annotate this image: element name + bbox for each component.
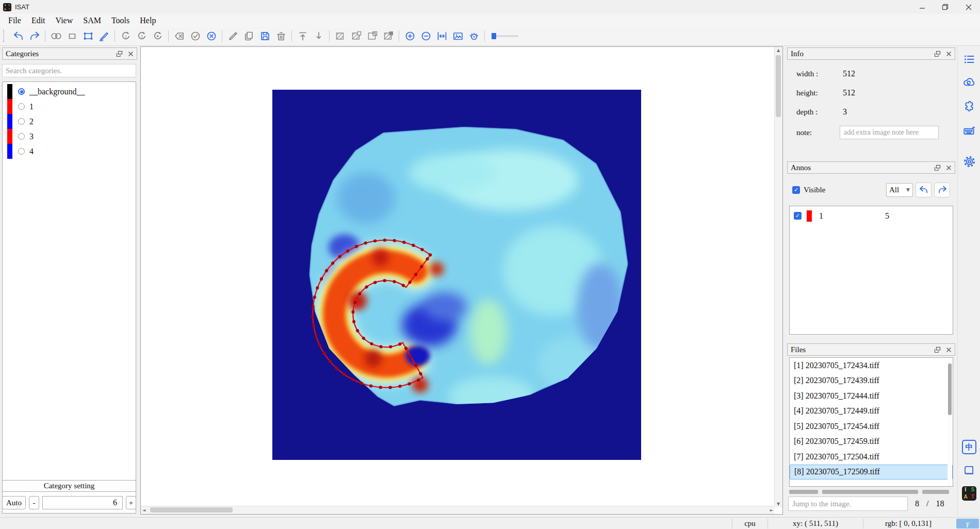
canvas-image[interactable]	[272, 90, 641, 460]
file-item[interactable]: [7] 20230705_172504.tiff	[790, 449, 953, 465]
category-row-background[interactable]: __background__	[3, 84, 136, 99]
visible-checkbox[interactable]: ✓	[792, 186, 800, 194]
category-radio[interactable]	[18, 88, 25, 95]
annotation-filter-dropdown[interactable]: All▼	[886, 183, 913, 197]
redo-icon[interactable]	[26, 28, 42, 44]
close-panel-icon[interactable]	[128, 51, 134, 57]
menu-view[interactable]: View	[51, 15, 78, 26]
cloud-model-icon[interactable]	[961, 75, 977, 90]
union-icon[interactable]	[332, 28, 348, 44]
auto-button[interactable]: Auto	[2, 496, 26, 509]
finish-annotation-icon[interactable]	[187, 28, 203, 44]
menu-edit[interactable]: Edit	[26, 15, 51, 26]
settings-gear-icon[interactable]	[961, 154, 977, 169]
status-badge[interactable]: γ	[956, 519, 979, 528]
sam-magic-icon[interactable]	[48, 28, 64, 44]
category-row-2[interactable]: 2	[3, 114, 136, 129]
category-radio[interactable]	[18, 133, 25, 140]
category-radio[interactable]	[18, 148, 25, 155]
show-bitmap-icon[interactable]	[450, 28, 466, 44]
jump-to-image-input[interactable]	[788, 497, 908, 511]
float-panel-icon[interactable]	[934, 346, 941, 353]
isat-logo-icon[interactable]: ISAT	[961, 486, 977, 501]
menu-sam[interactable]: SAM	[78, 15, 106, 26]
scroll-thumb[interactable]	[948, 363, 952, 415]
scroll-thumb[interactable]	[150, 507, 233, 513]
file-item[interactable]: [5] 20230705_172454.tiff	[790, 419, 953, 434]
prev-group-button[interactable]	[916, 183, 932, 197]
file-list-hscroll-segment[interactable]	[789, 490, 818, 494]
file-item[interactable]: [3] 20230705_172444.tiff	[790, 388, 953, 404]
manual-book-icon[interactable]	[961, 463, 977, 478]
category-setting-button[interactable]: Category setting	[2, 480, 136, 492]
category-search-input[interactable]	[2, 64, 136, 77]
intersect-icon[interactable]	[380, 28, 396, 44]
undo-icon[interactable]	[10, 28, 26, 44]
rect-tool-icon[interactable]	[64, 28, 80, 44]
file-item[interactable]: [6] 20230705_172459.tiff	[790, 434, 953, 450]
file-list-hscroll-segment[interactable]	[822, 490, 918, 494]
toolbar-drag-handle[interactable]	[3, 30, 8, 42]
visibility-icon[interactable]	[466, 28, 482, 44]
close-panel-icon[interactable]	[946, 347, 952, 353]
category-row-3[interactable]: 3	[3, 129, 136, 144]
float-panel-icon[interactable]	[116, 51, 123, 57]
opacity-slider-handle[interactable]	[492, 33, 496, 39]
canvas-view[interactable]: ▲ ▼ ◄ ►	[140, 46, 783, 515]
fit-window-icon[interactable]	[434, 28, 450, 44]
file-list-scrollbar[interactable]	[948, 358, 952, 487]
next-group-button[interactable]	[934, 183, 950, 197]
union-corner-icon[interactable]	[348, 28, 364, 44]
rotate-play-icon[interactable]	[150, 28, 166, 44]
close-panel-icon[interactable]	[946, 165, 952, 171]
note-input[interactable]	[840, 126, 939, 139]
plugin-icon[interactable]	[961, 99, 977, 114]
rotate-prev-1-icon[interactable]: 1	[118, 28, 134, 44]
minimize-button[interactable]	[910, 0, 934, 14]
float-panel-icon[interactable]	[934, 51, 941, 57]
restore-button[interactable]	[934, 0, 957, 14]
opacity-slider[interactable]	[492, 35, 518, 37]
file-item[interactable]: [4] 20230705_172449.tiff	[790, 404, 953, 419]
edit-region-icon[interactable]	[364, 28, 380, 44]
menu-tools[interactable]: Tools	[106, 15, 135, 26]
increase-button[interactable]: +	[126, 496, 136, 509]
annotation-row[interactable]: ✓ 1 5	[790, 208, 953, 223]
language-toggle-button[interactable]: 中	[961, 439, 977, 455]
size-value-field[interactable]: 6	[42, 496, 123, 509]
file-item[interactable]: [2] 20230705_172439.tiff	[790, 373, 953, 389]
canvas-horizontal-scrollbar[interactable]: ◄ ►	[141, 506, 775, 514]
close-button[interactable]	[957, 0, 980, 14]
to-bottom-icon[interactable]	[311, 28, 326, 44]
delete-icon[interactable]	[273, 28, 289, 44]
to-top-icon[interactable]	[295, 28, 311, 44]
cancel-annotation-icon[interactable]	[203, 28, 219, 44]
backspace-icon[interactable]	[171, 28, 187, 44]
category-radio[interactable]	[18, 103, 25, 110]
zoom-in-icon[interactable]	[402, 28, 418, 44]
zoom-out-icon[interactable]	[418, 28, 434, 44]
save-icon[interactable]	[257, 28, 273, 44]
canvas-vertical-scrollbar[interactable]: ▲ ▼	[774, 47, 782, 507]
rotate-prev-5-icon[interactable]: 5	[134, 28, 150, 44]
copy-icon[interactable]	[241, 28, 257, 44]
file-item[interactable]: [1] 20230705_172434.tiff	[790, 358, 953, 373]
float-panel-icon[interactable]	[934, 164, 941, 171]
file-list-hscroll-segment[interactable]	[922, 490, 949, 494]
close-panel-icon[interactable]	[946, 51, 952, 57]
decrease-button[interactable]: -	[29, 496, 39, 509]
scroll-thumb[interactable]	[776, 55, 781, 117]
polygon-tool-icon[interactable]	[80, 28, 96, 44]
menu-file[interactable]: File	[3, 15, 26, 26]
annotation-visible-checkbox[interactable]: ✓	[794, 212, 802, 220]
file-item-selected[interactable]: [8] 20230705_172509.tiff	[790, 465, 953, 480]
svg-text:1: 1	[125, 35, 127, 39]
category-row-4[interactable]: 4	[3, 144, 136, 159]
anno-list-icon[interactable]	[961, 52, 977, 67]
category-row-1[interactable]: 1	[3, 99, 136, 114]
menu-help[interactable]: Help	[135, 15, 161, 26]
shortcut-keyboard-icon[interactable]	[961, 123, 977, 138]
edit-icon[interactable]	[225, 28, 241, 44]
category-radio[interactable]	[18, 118, 25, 125]
pen-tool-icon[interactable]	[96, 28, 112, 44]
